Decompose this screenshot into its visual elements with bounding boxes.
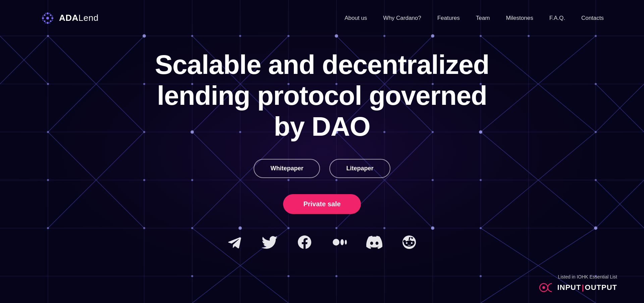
iohk-logo-text: INPUT|OUTPUT [557,283,617,292]
facebook-link[interactable] [297,234,313,252]
svg-point-86 [287,227,289,229]
reddit-link[interactable] [401,234,417,252]
svg-point-88 [383,227,385,229]
iohk-logo-icon [538,282,554,294]
svg-point-113 [50,20,52,22]
svg-point-116 [49,13,50,14]
social-row [0,234,644,252]
logo-icon [40,11,55,26]
svg-point-108 [42,17,44,19]
svg-point-95 [480,275,482,277]
facebook-icon [297,234,313,250]
nav-item-team[interactable]: Team [476,15,490,21]
svg-point-87 [335,227,337,229]
logo-text: ADALend [59,13,99,23]
nav-item-milestones[interactable]: Milestones [506,15,533,21]
svg-point-117 [42,15,44,17]
svg-point-110 [44,14,46,16]
svg-point-106 [47,12,49,14]
svg-point-109 [51,17,53,19]
whitepaper-button[interactable]: Whitepaper [254,159,320,178]
telegram-link[interactable] [227,234,243,252]
litepaper-button[interactable]: Litepaper [329,159,390,178]
svg-point-119 [42,19,44,21]
discord-icon [366,234,382,250]
nav-links: About us Why Cardano? Features Team Mile… [344,15,604,21]
nav-item-about-us[interactable]: About us [344,15,367,21]
svg-point-94 [335,275,337,277]
svg-point-118 [52,15,53,17]
reddit-icon [401,234,417,250]
svg-point-123 [333,239,339,246]
twitter-icon [262,234,278,250]
hero-buttons: Whitepaper Litepaper [254,159,390,178]
svg-point-90 [480,227,482,229]
medium-icon [331,234,347,250]
iohk-badge: Listed in IOHK Essential List INPUT|OUTP… [538,274,617,294]
discord-link[interactable] [366,234,382,252]
svg-point-124 [340,239,344,245]
svg-point-84 [191,227,193,229]
svg-point-103 [238,226,242,230]
svg-point-114 [46,17,49,19]
logo[interactable]: ADALend [40,11,99,26]
svg-point-122 [49,22,50,24]
svg-point-112 [44,20,46,22]
iohk-label: Listed in IOHK Essential List [558,274,617,279]
hero-title: Scalable and decentralized lending proto… [154,49,490,142]
svg-point-111 [50,14,52,16]
svg-point-121 [45,22,46,24]
twitter-link[interactable] [262,234,278,252]
svg-point-105 [594,226,597,230]
nav-item-features[interactable]: Features [437,15,460,21]
nav-item-faq[interactable]: F.A.Q. [549,15,565,21]
telegram-icon [227,234,243,250]
navbar: ADALend About us Why Cardano? Features T… [0,0,644,36]
svg-point-82 [47,227,49,229]
svg-point-129 [542,286,545,289]
svg-point-104 [431,226,434,230]
svg-point-92 [191,275,193,277]
svg-point-115 [45,13,46,14]
nav-item-contacts[interactable]: Contacts [581,15,604,21]
svg-point-120 [52,19,53,21]
private-sale-button[interactable]: Private sale [283,194,361,214]
medium-link[interactable] [331,234,347,252]
svg-point-93 [287,275,289,277]
nav-item-why-cardano[interactable]: Why Cardano? [383,15,421,21]
svg-point-125 [345,240,347,245]
svg-point-83 [143,227,145,229]
private-sale-row: Private sale [283,185,361,214]
svg-point-107 [47,22,49,24]
hero-section: Scalable and decentralized lending proto… [0,36,644,214]
iohk-logo[interactable]: INPUT|OUTPUT [538,282,617,294]
